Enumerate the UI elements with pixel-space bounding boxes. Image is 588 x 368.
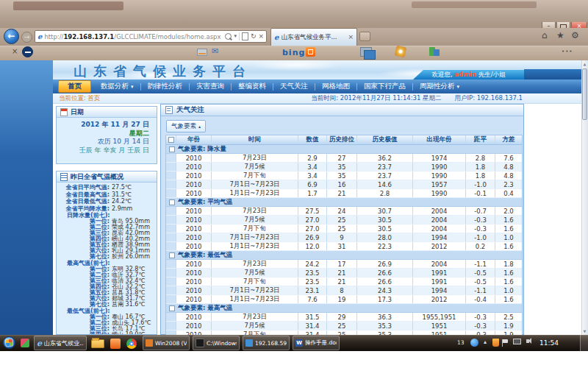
table-row[interactable]: 20101月1日~7月23日12.03122.320120.21.6 bbox=[166, 242, 522, 251]
column-header[interactable]: 历史排位 bbox=[327, 135, 357, 144]
network-icon[interactable] bbox=[513, 339, 521, 344]
group-header-row[interactable]: 气象要素: 最低气温 bbox=[166, 251, 522, 260]
column-header[interactable]: 时间 bbox=[212, 135, 298, 144]
table-cell: 1990 bbox=[413, 163, 466, 171]
table-row[interactable]: 20101月1日~7月23日7.61917.32012-0.41.6 bbox=[166, 295, 522, 304]
menu-item-0[interactable]: 首页 bbox=[58, 80, 91, 93]
card-reader-icon[interactable] bbox=[197, 49, 207, 56]
menu-item-8[interactable]: 周期性分析▾ bbox=[413, 80, 466, 93]
more-options-icon[interactable]: ••• bbox=[562, 49, 573, 54]
table-row[interactable]: 20107月23日31.52936.31955,1951-0.32.5 bbox=[166, 313, 522, 322]
table-row[interactable]: 20107月23日2.92736.219742.87.6 bbox=[166, 154, 522, 163]
action-center-icon[interactable] bbox=[492, 339, 499, 347]
table-row[interactable]: 20107月1日~7月23日6.91614.61957-1.02.3 bbox=[166, 180, 522, 189]
tray-expand-icon[interactable]: ▴ bbox=[484, 339, 487, 346]
taskbar-window-button-3[interactable]: W操作手册.docx ... bbox=[293, 336, 340, 350]
menu-item-label: 数据分析 bbox=[101, 82, 129, 91]
stat-value: 2.9mm bbox=[110, 205, 132, 213]
url-text[interactable]: http://192.168.137.1/GLCCLIMATE/modules/… bbox=[44, 33, 223, 40]
column-header[interactable]: 出现年份 bbox=[413, 135, 466, 144]
checkbox[interactable] bbox=[169, 305, 175, 311]
column-header[interactable]: 距平 bbox=[466, 135, 495, 144]
menu-item-2[interactable]: 韵律性分析 bbox=[141, 80, 190, 93]
table-cell: 2010 bbox=[176, 154, 212, 162]
taskbar-app-icon[interactable] bbox=[110, 339, 121, 349]
menu-item-label: 周期性分析 bbox=[420, 82, 455, 91]
screenshot-addon-icon[interactable] bbox=[360, 47, 372, 57]
menu-item-6[interactable]: 网格地图 bbox=[315, 80, 356, 93]
table-row[interactable]: 20107月1日~7月23日23.1824.31994-1.11.0 bbox=[166, 286, 522, 295]
explorer-folder-icon[interactable] bbox=[91, 339, 104, 348]
browser-app-icon[interactable] bbox=[126, 339, 137, 349]
select-all-cell[interactable] bbox=[166, 135, 176, 144]
table-row[interactable]: 20107月23日27.52430.72004-0.72.0 bbox=[166, 207, 522, 216]
table-row[interactable]: 20107月1日~7月23日26.9928.01994-1.01.0 bbox=[166, 233, 522, 242]
volume-icon[interactable] bbox=[526, 339, 529, 343]
settings-gear-icon[interactable]: ⚙ bbox=[571, 30, 579, 40]
table-row[interactable]: 20107月下旬3.43523.719901.84.8 bbox=[166, 171, 522, 180]
menu-item-1[interactable]: 数据分析▾ bbox=[94, 80, 140, 93]
summary-stat-row: 全省日最低气温:24.2℃ bbox=[57, 198, 157, 205]
checkbox[interactable] bbox=[169, 146, 175, 152]
checkbox[interactable] bbox=[169, 199, 175, 205]
taskbar-window-button-1[interactable]: C:\Windows\s... bbox=[193, 336, 240, 350]
taskbar-window-button-0[interactable]: Win2008 (VS2... bbox=[143, 336, 190, 350]
toolbar-close-icon[interactable]: × bbox=[12, 47, 18, 55]
table-row[interactable]: 20107月23日24.21726.92004-1.11.8 bbox=[166, 260, 522, 269]
menu-item-3[interactable]: 灾害查询 bbox=[190, 80, 231, 93]
column-header[interactable]: 方差 bbox=[495, 135, 522, 144]
scrollbar-thumb[interactable] bbox=[582, 68, 587, 120]
column-header[interactable]: 数值 bbox=[298, 135, 327, 144]
column-header[interactable]: 年份 bbox=[176, 135, 212, 144]
bing-logo[interactable]: bing bbox=[282, 48, 305, 57]
scroll-down-icon[interactable]: ▼ bbox=[582, 328, 587, 335]
forward-button[interactable]: → bbox=[21, 32, 32, 43]
table-row[interactable]: 20107月5候27.02530.52004-0.31.6 bbox=[166, 216, 522, 224]
star-addon-icon[interactable] bbox=[395, 46, 407, 58]
group-header-row[interactable]: 气象要素: 降水量 bbox=[166, 145, 522, 154]
table-row[interactable]: 20107月下旬23.52126.61991-0.51.6 bbox=[166, 277, 522, 286]
addon-logo-icon[interactable] bbox=[22, 46, 33, 57]
favorites-star-icon[interactable]: ★ bbox=[556, 30, 564, 40]
back-button[interactable]: ← bbox=[4, 29, 19, 44]
taskbar-ie-button[interactable]: e 山东省气候业... bbox=[34, 336, 87, 350]
element-filter-button[interactable]: 气象要素 ▴ bbox=[166, 120, 206, 132]
menu-item-5[interactable]: 天气关注 bbox=[273, 80, 315, 93]
checkbox[interactable] bbox=[169, 252, 175, 258]
menu-item-4[interactable]: 整编资料 bbox=[232, 80, 273, 93]
scroll-up-icon[interactable]: ▲ bbox=[582, 61, 587, 68]
user-ip: 用户IP: 192.168.137.1 bbox=[455, 94, 523, 103]
refresh-icon[interactable]: ↻ bbox=[251, 33, 257, 40]
pinned-app-icon[interactable] bbox=[21, 339, 29, 347]
new-tab-button[interactable] bbox=[359, 32, 370, 41]
table-cell: 30.5 bbox=[357, 224, 413, 233]
tray-flag-icon[interactable] bbox=[503, 339, 508, 343]
table-row[interactable]: 20107月下旬27.02530.52004-0.31.6 bbox=[166, 224, 522, 233]
taskbar-clock[interactable]: 11:54 bbox=[539, 339, 559, 347]
orange-addon-icon[interactable] bbox=[306, 47, 315, 57]
column-header[interactable]: 历史极值 bbox=[357, 135, 413, 144]
home-icon[interactable]: ⌂ bbox=[542, 30, 548, 40]
chevron-down-icon[interactable]: ▾ bbox=[234, 33, 237, 40]
table-cell: 2010 bbox=[176, 277, 212, 286]
group-header-row[interactable]: 气象要素: 平均气温 bbox=[166, 198, 522, 207]
menu-item-7[interactable]: 国家下行产品 bbox=[357, 80, 412, 93]
taskbar-window-button-2[interactable]: 192.168.59.99... bbox=[243, 336, 290, 350]
tab-close-icon[interactable]: × bbox=[348, 34, 354, 40]
blocks-addon-icon[interactable] bbox=[429, 47, 435, 56]
table-cell: 2010 bbox=[176, 322, 212, 330]
compatibility-view-icon[interactable] bbox=[242, 32, 248, 40]
table-row[interactable]: 20107月5候31.42535.31951-0.31.9 bbox=[166, 322, 522, 330]
checkbox[interactable] bbox=[168, 137, 174, 143]
search-icon[interactable] bbox=[225, 33, 232, 40]
browser-tab[interactable]: e 山东省气候业务平... × bbox=[270, 28, 357, 46]
tray-app-icon[interactable] bbox=[470, 339, 478, 347]
table-row[interactable]: 20101月1日~7月23日1.7212.81990-0.10.4 bbox=[166, 189, 522, 198]
group-header-row[interactable]: 气象要素: 最高气温 bbox=[166, 304, 522, 313]
mail-icon[interactable]: ✉ bbox=[212, 46, 218, 56]
show-desktop-button[interactable] bbox=[580, 335, 588, 351]
table-row[interactable]: 20107月5候3.43523.719901.84.8 bbox=[166, 163, 522, 171]
address-bar[interactable]: e http://192.168.137.1/GLCCLIMATE/module… bbox=[35, 30, 267, 43]
table-row[interactable]: 20107月5候23.52126.61991-0.51.6 bbox=[166, 269, 522, 277]
stop-icon[interactable]: × bbox=[258, 33, 264, 40]
